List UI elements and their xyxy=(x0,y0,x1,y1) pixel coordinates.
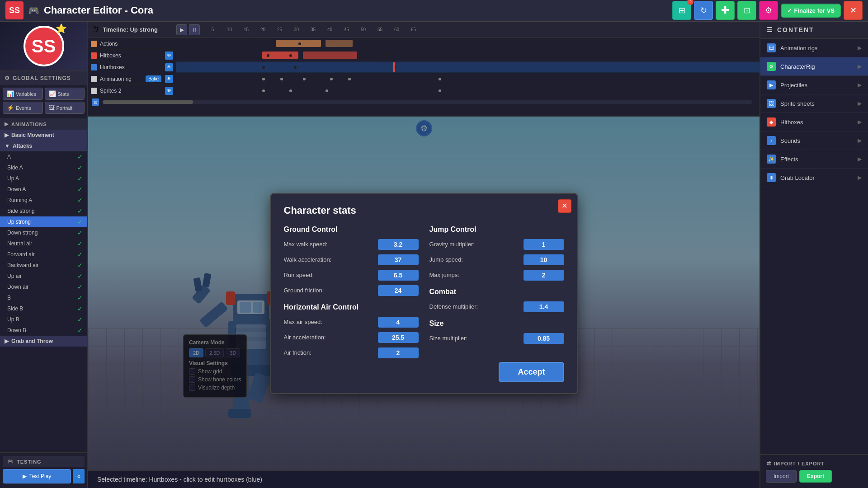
size-multiplier-input[interactable] xyxy=(524,333,564,344)
dialog-close-button[interactable]: ✕ xyxy=(558,199,571,213)
add-icon-btn[interactable]: ✚ xyxy=(716,1,735,20)
play-timeline-button[interactable]: ▶ xyxy=(176,24,187,35)
walk-acceleration-input[interactable] xyxy=(378,254,419,265)
timeline-icon: ⏱ xyxy=(92,26,99,34)
pause-timeline-button[interactable]: ⏸ xyxy=(189,24,200,35)
test-play-button[interactable]: ▶ Test Play xyxy=(3,469,71,483)
anim-item-side-b[interactable]: Side B ✓ xyxy=(0,303,87,314)
jump-speed-input[interactable] xyxy=(524,254,564,265)
settings-icon-btn[interactable]: ⚙ xyxy=(759,1,778,20)
check-icon-side-strong: ✓ xyxy=(77,207,83,215)
grab-throw-arrow-icon: ▶ xyxy=(5,338,9,344)
sidebar-item-projectiles[interactable]: ▶ Projectiles ▶ xyxy=(760,76,868,94)
track-color-hurtboxes xyxy=(91,64,97,70)
main-layout: ⭐ SS ⚙ GLOBAL SETTINGS 📊 Variables 📈 Sta… xyxy=(0,22,868,488)
track-sprites-2[interactable]: Sprites 2 👁 xyxy=(88,85,760,97)
anim-item-down-a[interactable]: Down A ✓ xyxy=(0,184,87,195)
gravity-multiplier-input[interactable] xyxy=(524,239,564,250)
anim-item-down-air[interactable]: Down air ✓ xyxy=(0,282,87,292)
track-actions[interactable]: Actions xyxy=(88,38,760,50)
sidebar-item-animation-rigs[interactable]: 🎞 Animation rigs ▶ xyxy=(760,39,868,57)
track-content-hurtboxes[interactable] xyxy=(176,61,760,73)
check-icon-up-air: ✓ xyxy=(77,272,83,280)
anim-item-up-air[interactable]: Up air ✓ xyxy=(0,271,87,282)
track-content-hitboxes[interactable] xyxy=(176,50,760,61)
anim-item-down-b[interactable]: Down B ✓ xyxy=(0,325,87,336)
sidebar-item-hitboxes[interactable]: ◆ Hitboxes ▶ xyxy=(760,113,868,131)
bake-button[interactable]: Bake xyxy=(146,75,161,82)
anim-item-a[interactable]: A ✓ xyxy=(0,151,87,162)
anim-item-up-b[interactable]: Up B ✓ xyxy=(0,314,87,325)
import-button[interactable]: Import xyxy=(766,470,797,483)
anim-item-side-a[interactable]: Side A ✓ xyxy=(0,162,87,173)
grab-throw-group[interactable]: ▶ Grab and Throw xyxy=(0,336,87,347)
track-label-hurtboxes: Hurtboxes 👁 xyxy=(88,63,176,71)
copy-icon-btn[interactable]: ⊡ xyxy=(737,1,756,20)
max-jumps-input[interactable] xyxy=(524,270,564,281)
max-walk-speed-input[interactable] xyxy=(378,239,419,250)
max-air-speed-input[interactable] xyxy=(378,317,419,328)
track-animation-rig[interactable]: Animation rig Bake 👁 xyxy=(88,73,760,85)
status-message: Selected timeline: Hurtboxes - click to … xyxy=(97,476,262,483)
anim-item-b[interactable]: B ✓ xyxy=(0,292,87,303)
refresh-icon: ↻ xyxy=(700,5,707,15)
anim-item-side-strong[interactable]: Side strong ✓ xyxy=(0,206,87,216)
anim-item-running-a[interactable]: Running A ✓ xyxy=(0,195,87,206)
hitboxes-visibility-button[interactable]: 👁 xyxy=(165,52,173,60)
sprite-sheets-icon: 🖼 xyxy=(767,99,776,108)
test-settings-button[interactable]: ⚙ xyxy=(73,469,85,483)
testing-section: 🎮 TESTING ▶ Test Play ⚙ xyxy=(0,452,87,488)
left-sidebar: ⭐ SS ⚙ GLOBAL SETTINGS 📊 Variables 📈 Sta… xyxy=(0,22,88,488)
track-content-sprites-2[interactable] xyxy=(176,85,760,97)
anim-item-up-strong[interactable]: Up strong ✓ xyxy=(0,216,87,227)
run-speed-input[interactable] xyxy=(378,270,419,281)
size-section: Size Size multiplier: xyxy=(429,319,564,344)
timeline-scrollbar[interactable] xyxy=(103,100,752,104)
check-icon-down-b: ✓ xyxy=(77,327,83,334)
anim-item-neutral-air[interactable]: Neutral air ✓ xyxy=(0,238,87,249)
sidebar-item-sprite-sheets[interactable]: 🖼 Sprite sheets ▶ xyxy=(760,94,868,113)
sidebar-item-sounds[interactable]: ♪ Sounds ▶ xyxy=(760,131,868,150)
anim-item-forward-air[interactable]: Forward air ✓ xyxy=(0,249,87,260)
ground-friction-input[interactable] xyxy=(378,285,419,296)
air-friction-input[interactable] xyxy=(378,347,419,358)
import-export-section: ⇄ IMPORT / EXPORT Import Export xyxy=(760,454,868,488)
sprites-2-visibility-button[interactable]: 👁 xyxy=(165,87,173,95)
track-content-actions[interactable] xyxy=(176,38,760,50)
air-acceleration-input[interactable] xyxy=(378,332,419,343)
grid-icon-btn[interactable]: ⊞ 2 xyxy=(672,1,691,20)
close-icon-btn[interactable]: ✕ xyxy=(844,1,863,20)
stat-gravity-multiplier: Gravity multiplier: xyxy=(429,239,564,250)
track-content-animation-rig[interactable] xyxy=(176,73,760,85)
sidebar-item-character-rig[interactable]: ⚙ CharacterRig ▶ xyxy=(760,57,868,76)
horizontal-air-section: Horizontal Air Control Max air speed: Ai… xyxy=(284,303,419,358)
timeline-corner-btn[interactable]: ⊡ xyxy=(92,99,99,106)
hurtboxes-visibility-button[interactable]: 👁 xyxy=(165,63,173,71)
track-hitboxes[interactable]: Hitboxes 👁 xyxy=(88,50,760,61)
check-icon-up-strong: ✓ xyxy=(77,218,83,225)
anim-item-down-strong[interactable]: Down strong ✓ xyxy=(0,227,87,238)
track-hurtboxes[interactable]: Hurtboxes 👁 xyxy=(88,61,760,73)
dialog-title: Character stats xyxy=(284,205,564,216)
portrait-button[interactable]: 🖼 Portrait xyxy=(45,102,85,114)
hitboxes-icon: ◆ xyxy=(767,117,776,127)
anim-item-backward-air[interactable]: Backward air ✓ xyxy=(0,260,87,271)
export-button[interactable]: Export xyxy=(799,470,832,483)
stats-button[interactable]: 📈 Stats xyxy=(45,88,85,100)
events-button[interactable]: ⚡ Events xyxy=(3,102,43,114)
attacks-group[interactable]: ▼ Attacks xyxy=(0,141,87,151)
sidebar-item-grab-locator[interactable]: ⊕ Grab Locator ▶ xyxy=(760,169,868,187)
sidebar-item-effects[interactable]: ✨ Effects ▶ xyxy=(760,150,868,169)
basic-movement-group[interactable]: ▶ Basic Movement xyxy=(0,130,87,141)
play-icon: ▶ xyxy=(23,473,27,479)
finalize-button[interactable]: ✓ Finalize for VS xyxy=(781,4,841,18)
variables-button[interactable]: 📊 Variables xyxy=(3,88,43,100)
refresh-icon-btn[interactable]: ↻ xyxy=(694,1,713,20)
animation-rig-visibility-button[interactable]: 👁 xyxy=(165,75,173,83)
settings-buttons-area: 📊 Variables 📈 Stats ⚡ Events 🖼 Portrait xyxy=(0,85,87,117)
defense-multiplier-input[interactable] xyxy=(524,301,564,312)
combat-section: Combat Defense multiplier: xyxy=(429,288,564,312)
check-icon-b: ✓ xyxy=(77,294,83,301)
accept-button[interactable]: Accept xyxy=(499,362,564,382)
anim-item-up-a[interactable]: Up A ✓ xyxy=(0,173,87,184)
